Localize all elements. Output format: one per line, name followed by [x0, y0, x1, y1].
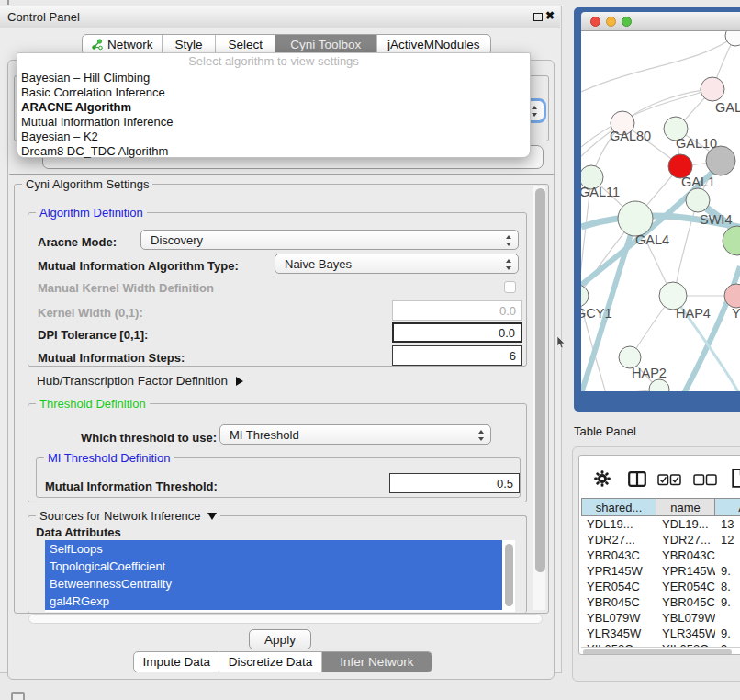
- tab-infer-network[interactable]: Infer Network: [322, 652, 432, 672]
- minimize-traffic-light-icon[interactable]: [606, 17, 616, 27]
- split-table-button[interactable]: [628, 471, 646, 490]
- mi-steps-value: 6: [510, 349, 516, 363]
- tab-cyni-toolbox[interactable]: Cyni Toolbox: [275, 35, 377, 54]
- manual-kernel-width-checkbox[interactable]: [504, 281, 516, 293]
- column-header[interactable]: shared...: [581, 498, 656, 516]
- mi-steps-input[interactable]: 6: [392, 345, 522, 366]
- tab-jactivemnodules[interactable]: jActiveMNodules: [377, 35, 490, 54]
- table-cell[interactable]: YLR345W: [581, 627, 656, 640]
- network-window-titlebar[interactable]: [581, 12, 740, 31]
- dpi-tolerance-label: DPI Tolerance [0,1]:: [38, 328, 148, 342]
- table-row[interactable]: YDL19... YDL19... 13: [581, 516, 740, 532]
- table-row[interactable]: YBR043C YBR043C: [581, 548, 740, 563]
- table-row[interactable]: YBL079W YBL079W: [581, 610, 740, 626]
- table-cell[interactable]: YER054C: [581, 580, 656, 593]
- column-header[interactable]: name: [656, 498, 715, 516]
- table-settings-button[interactable]: [594, 470, 611, 490]
- table-row[interactable]: YPR145W YPR145W 9.: [581, 563, 740, 579]
- table-cell[interactable]: YPR145W: [656, 564, 715, 578]
- table-cell[interactable]: YDL19...: [656, 517, 715, 531]
- dropdown-item[interactable]: Dream8 DC_TDC Algorithm: [17, 144, 530, 159]
- table-header-row: shared... name A: [581, 498, 740, 516]
- hub-definition-expander[interactable]: Hub/Transcription Factor Definition: [37, 374, 243, 388]
- network-canvas[interactable]: GAL GAL80 GAL10 GAL1 GAL11 SWI4 GAL4 GCY…: [581, 31, 740, 391]
- mi-threshold-input[interactable]: 0.5: [389, 473, 520, 493]
- column-header[interactable]: A: [715, 498, 740, 516]
- table-cell[interactable]: YPR145W: [581, 564, 656, 578]
- table-row[interactable]: YDR27... YDR27... 12: [581, 532, 740, 548]
- close-icon[interactable]: ✖: [545, 9, 555, 22]
- table-cell[interactable]: YDL19...: [581, 517, 656, 531]
- node-gal4[interactable]: [618, 201, 653, 236]
- dropdown-item-selected[interactable]: ARACNE Algorithm: [17, 100, 530, 115]
- dropdown-item[interactable]: Bayesian – Hill Climbing: [17, 71, 530, 85]
- table-cell[interactable]: 13: [715, 517, 740, 531]
- minimized-panel-icon[interactable]: [11, 692, 25, 700]
- table-cell[interactable]: 9.: [715, 564, 740, 578]
- node[interactable]: [723, 226, 740, 255]
- table-cell[interactable]: 9.: [715, 595, 740, 609]
- node-label: HAP4: [676, 306, 711, 321]
- dropdown-item[interactable]: Basic Correlation Inference: [17, 85, 530, 100]
- apply-button[interactable]: Apply: [249, 629, 311, 649]
- list-item[interactable]: gal4RGexp: [45, 593, 502, 610]
- tab-network[interactable]: Network: [83, 35, 163, 54]
- list-item[interactable]: TopologicalCoefficient: [45, 558, 502, 575]
- control-panel-titlebar[interactable]: Control Panel ✖: [0, 6, 560, 28]
- dropdown-item[interactable]: Bayesian – K2: [17, 130, 530, 144]
- zoom-traffic-light-icon[interactable]: [622, 17, 632, 27]
- checked-boxes-icon: [657, 474, 681, 486]
- table-cell[interactable]: YBR043C: [581, 548, 656, 562]
- node-swi4[interactable]: [686, 188, 710, 212]
- table-cell[interactable]: YDR27...: [656, 533, 715, 547]
- close-traffic-light-icon[interactable]: [590, 17, 600, 27]
- table-row[interactable]: YER054C YER054C 8.: [581, 579, 740, 594]
- table-cell[interactable]: YBL079W: [656, 611, 715, 625]
- which-threshold-select[interactable]: MI Threshold: [219, 424, 491, 445]
- table-cell[interactable]: 9.: [715, 627, 740, 640]
- node[interactable]: [649, 379, 669, 391]
- export-table-button[interactable]: [732, 469, 740, 491]
- list-item[interactable]: SelfLoops: [45, 540, 502, 558]
- table-row[interactable]: YLR345W YLR345W 9.: [581, 626, 740, 641]
- table-cell[interactable]: 12: [715, 533, 740, 547]
- dpi-tolerance-input[interactable]: 0.0: [392, 322, 522, 343]
- node[interactable]: [701, 77, 724, 101]
- table-cell[interactable]: YBR043C: [656, 548, 715, 562]
- tab-discretize-data[interactable]: Discretize Data: [219, 652, 321, 672]
- tab-style[interactable]: Style: [163, 35, 217, 54]
- table-cell[interactable]: YBR045C: [581, 595, 656, 609]
- kernel-width-input[interactable]: 0.0: [392, 300, 522, 321]
- unchecked-boxes-icon: [693, 474, 717, 486]
- dropdown-item[interactable]: Mutual Information Inference: [17, 115, 530, 130]
- settings-scrollbar-thumb[interactable]: [535, 188, 545, 572]
- table-cell[interactable]: YER054C: [656, 580, 715, 593]
- tab-cyni-toolbox-label: Cyni Toolbox: [290, 38, 361, 51]
- sources-title[interactable]: Sources for Network Inference: [36, 509, 220, 523]
- table-cell[interactable]: YLR345W: [656, 627, 715, 640]
- tab-select[interactable]: Select: [216, 35, 275, 54]
- collapse-down-icon: [207, 513, 217, 520]
- file-icon: [732, 469, 740, 488]
- table-hscrollbar-thumb[interactable]: [583, 649, 732, 655]
- table-cell[interactable]: 8.: [715, 580, 740, 593]
- mi-algorithm-type-select[interactable]: Naive Bayes: [275, 254, 519, 274]
- settings-scrollbar-track[interactable]: [533, 186, 545, 610]
- tab-impute-data[interactable]: Impute Data: [134, 652, 219, 672]
- list-item[interactable]: BetweennessCentrality: [45, 575, 502, 593]
- select-all-columns-button[interactable]: [657, 474, 681, 489]
- kernel-width-value: 0.0: [499, 304, 516, 318]
- aracne-mode-select[interactable]: Discovery: [140, 230, 519, 250]
- node[interactable]: [725, 31, 740, 46]
- table-cell[interactable]: YDR27...: [581, 533, 656, 547]
- table-cell[interactable]: YBL079W: [581, 611, 656, 625]
- table-hscrollbar-track[interactable]: [581, 647, 740, 655]
- table-cell[interactable]: YBR045C: [656, 595, 715, 609]
- list-scrollbar-thumb[interactable]: [505, 544, 513, 606]
- deselect-all-columns-button[interactable]: [693, 474, 717, 489]
- float-window-icon[interactable]: [533, 13, 543, 21]
- table-row[interactable]: YBR045C YBR045C 9.: [581, 594, 740, 610]
- kernel-width-label: Kernel Width (0,1):: [38, 306, 143, 320]
- node-gcy1[interactable]: [581, 285, 589, 307]
- settings-hscrollbar-track[interactable]: [28, 614, 543, 624]
